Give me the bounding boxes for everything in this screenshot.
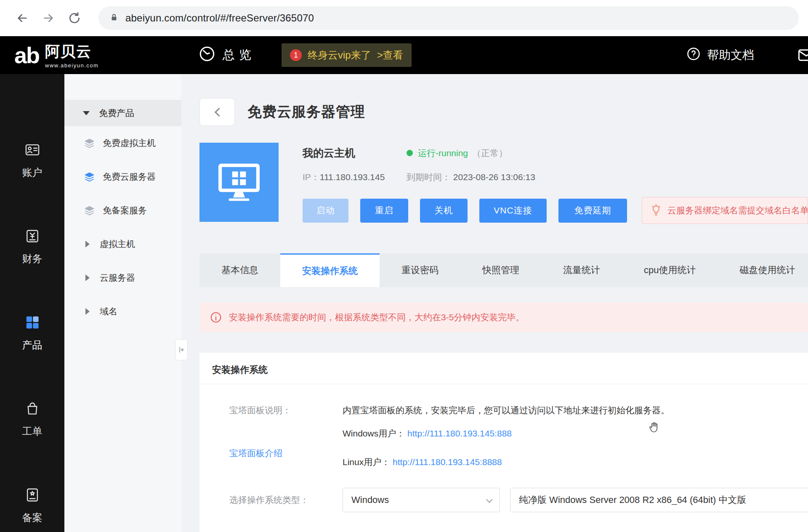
install-os-panel: 安装操作系统 宝塔面板说明： 宝塔面板介绍 内置宝塔面板的系统，安装完毕后，您可… [199,353,808,532]
menu-item-label: 免费虚拟主机 [103,137,156,149]
restart-button[interactable]: 重启 [360,199,408,223]
certificate-icon [24,487,40,505]
os-type-select[interactable]: Windows [343,488,500,512]
reload-icon[interactable] [67,11,82,25]
chevron-down-icon [83,111,90,115]
address-bar[interactable]: abeiyun.com/control/#/freeServer/365070 [98,6,799,30]
menu-item-free-icp[interactable]: 免备案服务 [64,194,181,227]
id-card-icon [24,142,40,160]
sidebar-item-label: 工单 [22,425,43,438]
tab-snapshots[interactable]: 快照管理 [460,253,541,287]
help-docs-link[interactable]: 帮助文档 [686,46,754,64]
menu-parent-cloud-server[interactable]: 云服务器 [64,261,181,295]
layers-icon-active [84,171,95,183]
browser-toolbar: abeiyun.com/control/#/freeServer/365070 [0,0,808,36]
windows-panel-url-link[interactable]: http://111.180.193.145:888 [407,428,512,438]
sidebar-item-account[interactable]: 账户 [22,142,43,179]
shutdown-button[interactable]: 关机 [420,199,468,223]
menu-group-free-products[interactable]: 免费产品 [64,100,181,126]
bt-panel-description: 内置宝塔面板的系统，安装完毕后，您可以通过访问以下地址来进行初始化服务器。 [343,404,670,416]
tab-cpu-stats[interactable]: cpu使用统计 [622,253,718,287]
menu-item-free-hosting[interactable]: 免费虚拟主机 [64,126,181,160]
overview-clock-icon [198,45,216,66]
chevron-down-icon [486,496,493,503]
info-icon [210,311,222,324]
promo-view-link[interactable]: >查看 [377,48,403,62]
brand-logo-glyph: ab [14,42,39,68]
sidebar-item-label: 财务 [22,252,43,266]
lock-icon [109,12,119,24]
menu-item-label: 免备案服务 [103,205,147,216]
sidebar-item-label: 备案 [22,511,43,524]
status-dot [407,150,413,156]
linux-user-label: Linux用户： [343,457,390,467]
back-arrow-icon[interactable] [15,11,29,25]
server-monitor-icon [199,143,279,222]
alert-text: 安装操作系统需要的时间，根据系统类型不同，大约在3-5分钟内安装完毕。 [229,311,524,323]
sidebar-item-label: 账户 [22,166,43,179]
sidebar-item-filing[interactable]: 备案 [22,487,43,524]
os-type-value: Windows [351,495,389,505]
url-text: abeiyun.com/control/#/freeServer/365070 [125,12,314,24]
sidebar-item-label: 产品 [22,338,43,352]
shopping-bag-icon [24,401,40,419]
brand-subtitle: www.abeiyun.com [45,62,98,69]
vip-promo-banner[interactable]: 1 终身云vip来了 >查看 [282,43,412,67]
promo-text: 终身云vip来了 [308,48,371,62]
help-question-icon [686,46,701,64]
page-title: 免费云服务器管理 [247,102,365,122]
back-button[interactable] [199,98,235,126]
sidebar-item-products[interactable]: 产品 [22,314,43,352]
start-button[interactable]: 启动 [303,199,348,223]
layers-icon [84,205,95,216]
linux-panel-url-link[interactable]: http://111.180.193.145:8888 [393,457,502,467]
secondary-sidebar: 免费产品 免费虚拟主机 免费云服务器 免备案服务 虚拟主机 云服务器 域名 [64,74,181,532]
forward-arrow-icon[interactable] [41,11,56,25]
menu-group-label: 免费产品 [99,107,134,119]
sidebar-item-finance[interactable]: 财务 [22,228,43,266]
domain-binding-notice: 云服务器绑定域名需提交域名白名单 [642,197,808,224]
chevron-right-icon [85,308,90,315]
layers-icon [84,138,95,149]
menu-item-label: 域名 [100,306,117,317]
tab-reset-password[interactable]: 重设密码 [380,253,460,287]
menu-item-label: 免费云服务器 [103,171,156,183]
brand-name: 阿贝云 [45,42,98,61]
menu-parent-virtual-hosting[interactable]: 虚拟主机 [64,227,181,261]
vnc-connect-button[interactable]: VNC连接 [479,199,547,223]
server-expiry: 到期时间： 2023-08-26 13:06:13 [407,171,535,183]
sidebar-item-tickets[interactable]: 工单 [22,401,43,438]
grid-squares-icon [24,314,40,333]
menu-item-label: 云服务器 [100,272,135,284]
free-extend-button[interactable]: 免费延期 [558,199,627,223]
primary-sidebar: 账户 财务 产品 工单 备案 [0,74,64,532]
tab-traffic-stats[interactable]: 流量统计 [541,253,622,287]
chevron-left-icon [214,107,223,116]
nav-overview[interactable]: 总览 [198,45,255,66]
sidebar-collapse-button[interactable] [175,339,188,360]
server-ip: IP：111.180.193.145 [303,171,407,183]
lightbulb-icon [650,204,662,217]
chevron-right-icon [85,241,90,247]
bt-panel-intro-link[interactable]: 宝塔面板介绍 [229,447,343,459]
os-type-label: 选择操作系统类型： [229,494,343,506]
yuan-document-icon [24,228,40,247]
top-navbar: ab 阿贝云 www.abeiyun.com 总览 1 终身云vip来了 >查看… [0,36,808,74]
section-title: 安装操作系统 [199,359,808,384]
tab-basic-info[interactable]: 基本信息 [199,253,280,287]
os-version-select[interactable]: 纯净版 Windows Server 2008 R2 x86_64 (64bit… [510,488,808,512]
promo-badge: 1 [290,49,302,61]
menu-item-free-cloud-server[interactable]: 免费云服务器 [64,160,181,194]
collapse-left-icon [178,346,185,354]
status-text: 运行-running [418,147,468,159]
tab-install-os[interactable]: 安装操作系统 [280,253,380,287]
tab-disk-stats[interactable]: 磁盘使用统计 [718,253,808,287]
tab-bar: 基本信息 安装操作系统 重设密码 快照管理 流量统计 cpu使用统计 磁盘使用统… [199,253,808,287]
bt-panel-label: 宝塔面板说明： [229,404,343,416]
install-time-alert: 安装操作系统需要的时间，根据系统类型不同，大约在3-5分钟内安装完毕。 [199,303,808,332]
overview-label: 总览 [223,47,255,64]
mail-icon[interactable] [797,46,808,66]
brand-logo[interactable]: ab 阿贝云 www.abeiyun.com [0,36,181,74]
menu-parent-domains[interactable]: 域名 [64,295,181,328]
os-version-value: 纯净版 Windows Server 2008 R2 x86_64 (64bit… [519,494,746,506]
